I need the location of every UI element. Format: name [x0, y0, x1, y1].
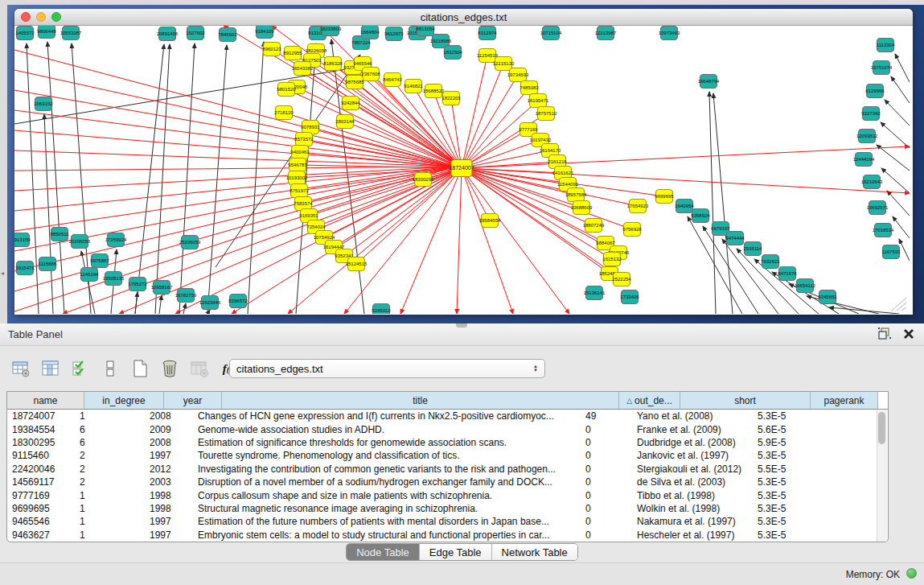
network-node[interactable]: 2522254 — [612, 273, 631, 286]
table-cell[interactable]: Tourette syndrome. Phenomenology and cla… — [193, 450, 581, 461]
table-cell[interactable]: Hescheler et al. (1997) — [632, 529, 753, 541]
network-node[interactable]: 10958167 — [151, 281, 173, 295]
network-node[interactable]: 12213987 — [595, 27, 617, 40]
network-node[interactable]: 8960123 — [262, 43, 281, 56]
table-cell[interactable]: Investigating the contribution of common… — [193, 463, 581, 475]
network-node[interactable]: 12923446 — [199, 296, 221, 310]
network-node[interactable]: 7845661 — [218, 28, 237, 42]
table-cell[interactable]: 9115460 — [7, 450, 75, 461]
network-node[interactable]: 1527602 — [186, 27, 205, 40]
network-node[interactable]: 8912955 — [283, 47, 302, 60]
row-height-button[interactable] — [99, 357, 121, 380]
table-cell[interactable]: 18300295 — [7, 437, 75, 448]
table-cell[interactable]: 5.3E-5 — [753, 450, 811, 461]
network-node[interactable]: 15136141 — [584, 286, 606, 300]
table-selector-dropdown[interactable]: citations_edges.txt ▲▼ — [229, 359, 545, 378]
network-node[interactable]: 2803144 — [335, 115, 355, 129]
network-node[interactable]: 9801520 — [277, 83, 296, 97]
network-node[interactable]: 17359924 — [105, 233, 127, 247]
network-node[interactable]: 17654923 — [627, 200, 649, 213]
table-cell[interactable]: 49 — [581, 410, 632, 422]
table-cell[interactable]: 0 — [581, 516, 632, 527]
table-cell[interactable]: 5.3E-5 — [753, 410, 811, 422]
network-node[interactable]: 9612973 — [384, 27, 404, 41]
network-node[interactable]: 13505135 — [103, 272, 125, 286]
network-node[interactable]: 1405572 — [15, 27, 35, 40]
network-node[interactable]: 10553287 — [60, 27, 82, 40]
network-node[interactable]: 2935114 — [744, 242, 763, 256]
column-header-title[interactable]: title — [222, 392, 619, 409]
network-node[interactable]: 7485083 — [519, 81, 539, 95]
network-node[interactable]: 16782759 — [175, 289, 197, 303]
network-node[interactable]: 25206059 — [179, 236, 201, 249]
network-node[interactable]: 16543382 — [292, 62, 314, 76]
network-node[interactable]: 1664804 — [360, 26, 380, 39]
network-node[interactable]: 7632621 — [761, 255, 780, 269]
table-cell[interactable]: 6 — [75, 424, 145, 435]
network-node[interactable]: 1145194 — [80, 268, 100, 282]
table-row[interactable]: 946554611997Estimation of the future num… — [7, 515, 888, 528]
network-node[interactable]: 1640954 — [675, 200, 694, 213]
table-cell[interactable]: 1 — [75, 410, 145, 422]
show-columns-button[interactable] — [39, 357, 62, 380]
table-cell[interactable]: Tibbo et al. (1998) — [632, 490, 753, 501]
table-cell[interactable]: Stergiakouli et al. (2012) — [632, 463, 753, 475]
network-node[interactable]: 19584554 — [479, 214, 501, 228]
splitter-handle[interactable] — [456, 323, 467, 328]
table-cell[interactable]: 1998 — [145, 490, 193, 501]
column-header-pagerank[interactable]: pagerank — [811, 392, 878, 409]
table-cell[interactable]: 2012 — [145, 463, 193, 475]
network-node[interactable]: 8813054 — [416, 26, 435, 36]
network-canvas[interactable]: 1405572980644810553287208914061527602784… — [14, 26, 910, 314]
network-node[interactable]: 2063152 — [34, 97, 53, 111]
float-panel-icon[interactable] — [877, 327, 892, 340]
network-node[interactable]: 10973493 — [659, 27, 680, 40]
table-cell[interactable]: 0 — [581, 463, 632, 475]
tab-edge-table[interactable]: Edge Table — [420, 544, 492, 560]
table-cell[interactable]: 0 — [581, 476, 632, 488]
table-cell[interactable]: 0 — [581, 503, 632, 514]
table-row[interactable]: 969969511998Structural magnetic resonanc… — [7, 502, 888, 515]
table-cell[interactable]: 2 — [75, 450, 145, 461]
network-node[interactable]: 3913159 — [14, 233, 31, 247]
table-cell[interactable]: 2008 — [145, 410, 193, 422]
network-node[interactable]: 20206056 — [69, 235, 91, 249]
table-cell[interactable]: 5.3E-5 — [753, 529, 811, 541]
network-node[interactable]: 3915471 — [15, 262, 35, 275]
table-cell[interactable]: 1997 — [145, 529, 193, 541]
table-cell[interactable]: 0 — [581, 437, 632, 448]
table-cell[interactable]: Embryonic stem cells: a model to study s… — [193, 529, 581, 541]
network-window[interactable]: citations_edges.txt 14055729806448105532… — [14, 9, 913, 315]
collapse-splitter-icon[interactable]: ◂ — [1, 270, 4, 277]
network-node[interactable]: 9358924 — [691, 209, 710, 223]
table-cell[interactable]: 1 — [75, 529, 145, 541]
network-node[interactable]: 8186328 — [323, 57, 343, 71]
table-row[interactable]: 1456911722003Disruption of a novel membe… — [7, 476, 888, 488]
column-header-in-degree[interactable]: in_degree — [84, 392, 164, 409]
table-row[interactable]: 977716911998Corpus callosum shape and si… — [7, 488, 888, 501]
network-node[interactable]: 10715104 — [540, 27, 562, 40]
column-header-short[interactable]: short — [680, 392, 811, 409]
table-header-row[interactable]: namein_degreeyeartitle△out_de...shortpag… — [7, 392, 888, 410]
network-node[interactable]: 18724007 — [449, 160, 474, 177]
network-node[interactable]: 12444194 — [853, 153, 875, 167]
close-panel-icon[interactable] — [903, 328, 914, 340]
network-node[interactable]: 1795272 — [128, 278, 147, 291]
network-node[interactable]: 2367608 — [361, 68, 380, 81]
table-cell[interactable]: 22420046 — [7, 463, 75, 475]
network-node[interactable]: 16210643 — [861, 175, 883, 189]
network-node[interactable]: 1167533 — [882, 245, 901, 259]
table-cell[interactable]: Yano et al. (2008) — [632, 410, 753, 422]
table-mode-button[interactable] — [10, 357, 32, 380]
network-node[interactable]: 12093832 — [856, 130, 878, 143]
network-window-titlebar[interactable]: citations_edges.txt — [14, 9, 913, 26]
network-node[interactable]: 16648794 — [698, 75, 720, 89]
table-row[interactable]: 2242004622012Investigating the contribut… — [7, 463, 888, 476]
network-node[interactable]: 15751074 — [871, 61, 893, 75]
network-node[interactable]: 8296572 — [228, 295, 248, 308]
table-cell[interactable]: Jankovic et al. (1997) — [632, 450, 753, 461]
table-cell[interactable]: 0 — [581, 529, 632, 541]
network-node[interactable]: 8573572 — [294, 133, 314, 146]
network-node[interactable]: 8454743 — [383, 73, 402, 87]
table-cell[interactable]: 5.3E-5 — [753, 476, 811, 488]
